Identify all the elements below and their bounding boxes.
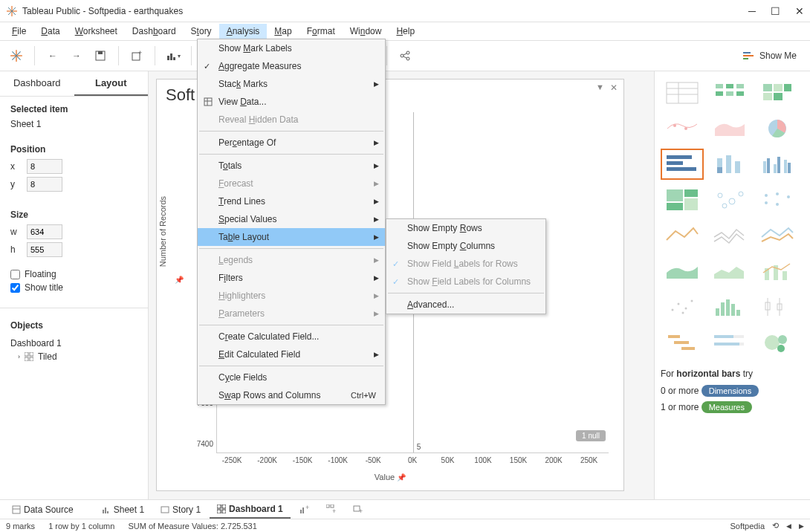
viz-circle-views[interactable] — [708, 184, 751, 215]
new-worksheet-tab[interactable]: + — [292, 502, 317, 518]
tableau-icon[interactable] — [6, 45, 27, 66]
viz-text-table[interactable] — [661, 77, 704, 108]
objects-child[interactable]: › Tiled — [10, 351, 137, 362]
status-nav-right-icon[interactable]: ▶ — [799, 522, 804, 530]
tab-data-source[interactable]: Data Source — [4, 502, 81, 518]
floating-checkbox[interactable] — [10, 270, 20, 279]
menu-dashboard[interactable]: Dashboard — [125, 24, 184, 39]
menu-item[interactable]: Legends▶ — [198, 251, 385, 269]
viz-highlight-table[interactable] — [756, 77, 799, 108]
new-datasource-button[interactable]: + — [126, 45, 147, 66]
viz-histogram[interactable] — [708, 291, 751, 322]
pos-y-input[interactable] — [27, 177, 62, 192]
tab-story1[interactable]: Story 1 — [153, 502, 208, 518]
close-button[interactable]: ✕ — [795, 5, 804, 17]
tab-sheet1[interactable]: Sheet 1 — [94, 502, 152, 518]
viz-side-by-side-circles[interactable] — [756, 184, 799, 215]
size-w-input[interactable] — [27, 224, 62, 239]
menu-item[interactable]: Highlighters▶ — [198, 287, 385, 305]
viz-lines-continuous[interactable] — [661, 220, 704, 251]
viz-area-continuous[interactable] — [661, 256, 704, 287]
viz-side-by-side-bars[interactable] — [756, 149, 799, 180]
viz-stacked-bars[interactable] — [708, 149, 751, 180]
left-tab-dashboard[interactable]: Dashboard — [0, 71, 74, 96]
viz-box-plot[interactable] — [756, 291, 799, 322]
viz-dual-lines[interactable] — [756, 220, 799, 251]
menu-help[interactable]: Help — [389, 24, 422, 39]
show-title-checkbox[interactable] — [10, 283, 20, 293]
redo-button[interactable]: → — [66, 45, 87, 66]
menu-item[interactable]: Parameters▶ — [198, 305, 385, 322]
menu-window[interactable]: Window — [343, 24, 389, 39]
menu-data[interactable]: Data — [33, 24, 67, 39]
menu-file[interactable]: File — [4, 24, 33, 39]
viz-scatter[interactable] — [661, 291, 704, 322]
new-story-tab[interactable]: + — [346, 502, 371, 518]
menu-worksheet[interactable]: Worksheet — [68, 24, 125, 39]
viz-dual-combination[interactable] — [756, 256, 799, 287]
svg-point-24 — [406, 57, 409, 60]
menu-map[interactable]: Map — [267, 24, 299, 39]
svg-point-22 — [401, 54, 404, 57]
viz-area-discrete[interactable] — [708, 256, 751, 287]
menu-item[interactable]: Percentage Of▶ — [198, 134, 385, 152]
pos-x-input[interactable] — [27, 159, 62, 174]
menu-story[interactable]: Story — [184, 24, 219, 39]
size-header: Size — [10, 210, 137, 220]
submenu-item[interactable]: Show Empty Columns — [386, 237, 545, 255]
viz-heat-map[interactable] — [708, 77, 751, 108]
svg-rect-45 — [774, 84, 783, 91]
tab-dashboard1[interactable]: Dashboard 1 — [210, 501, 291, 519]
tableau-logo-icon — [6, 5, 18, 17]
menu-item[interactable]: Reveal Hidden Data — [198, 111, 385, 129]
menu-item[interactable]: Table Layout▶ — [198, 228, 385, 246]
svg-rect-53 — [667, 161, 683, 165]
menu-item[interactable]: Cycle Fields — [198, 369, 385, 386]
menu-item[interactable]: Create Calculated Field... — [198, 328, 385, 346]
objects-root[interactable]: Dashboard 1 — [10, 335, 137, 351]
menu-item[interactable]: Filters▶ — [198, 269, 385, 287]
submenu-item[interactable]: ✓Show Field Labels for Rows — [386, 255, 545, 273]
svg-rect-67 — [684, 198, 698, 210]
menu-item[interactable]: View Data... — [198, 93, 385, 111]
menu-item[interactable]: Trend Lines▶ — [198, 192, 385, 210]
undo-button[interactable]: ← — [42, 45, 63, 66]
frame-dropdown-icon[interactable]: ▼ — [596, 82, 604, 91]
viz-pie[interactable] — [756, 113, 799, 144]
submenu-item[interactable]: ✓Show Field Labels for Columns — [386, 273, 545, 291]
size-h-input[interactable] — [27, 242, 62, 257]
save-button[interactable] — [90, 45, 111, 66]
show-me-button[interactable]: Show Me — [736, 48, 804, 64]
menu-item[interactable]: ✓Aggregate Measures — [198, 57, 385, 75]
menu-item[interactable]: Edit Calculated Field▶ — [198, 346, 385, 363]
viz-gantt[interactable] — [661, 327, 704, 358]
svg-point-72 — [722, 204, 727, 208]
viz-bullet[interactable] — [708, 327, 751, 358]
share-button[interactable] — [395, 45, 415, 66]
menu-format[interactable]: Format — [299, 24, 343, 39]
menu-item[interactable]: Special Values▶ — [198, 210, 385, 228]
menu-item[interactable]: Stack Marks▶ — [198, 75, 385, 93]
status-nav-left-icon[interactable]: ◀ — [786, 522, 791, 530]
frame-close-icon[interactable]: ✕ — [610, 82, 618, 93]
menu-item[interactable]: Swap Rows and ColumnsCtrl+W — [198, 386, 385, 404]
viz-horizontal-bars[interactable] — [661, 149, 704, 180]
menu-item[interactable]: Totals▶ — [198, 157, 385, 175]
viz-symbol-map[interactable] — [661, 113, 704, 144]
null-badge[interactable]: 1 null — [576, 430, 606, 441]
menu-analysis[interactable]: Analysis — [219, 24, 268, 39]
minimize-button[interactable]: ─ — [748, 5, 756, 17]
left-tab-layout[interactable]: Layout — [74, 71, 149, 96]
new-worksheet-button[interactable]: ▾ — [163, 45, 184, 66]
viz-treemap[interactable] — [661, 184, 704, 215]
viz-lines-discrete[interactable] — [708, 220, 751, 251]
new-dashboard-tab[interactable]: + — [319, 502, 344, 518]
maximize-button[interactable]: ☐ — [771, 5, 780, 17]
status-reset-icon[interactable]: ⟲ — [772, 521, 779, 531]
submenu-item[interactable]: Show Empty Rows — [386, 219, 545, 237]
viz-packed-bubbles[interactable] — [756, 327, 799, 358]
submenu-item[interactable]: Advanced... — [386, 296, 545, 314]
viz-filled-map[interactable] — [708, 113, 751, 144]
menu-item[interactable]: Forecast▶ — [198, 175, 385, 192]
menu-item[interactable]: Show Mark Labels — [198, 39, 385, 57]
